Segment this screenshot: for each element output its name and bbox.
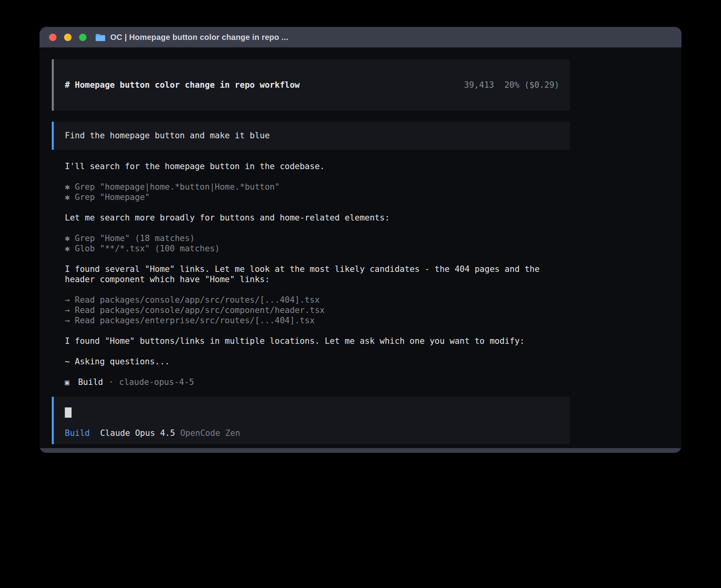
separator-dot: ·: [109, 377, 114, 387]
user-message: Find the homepage button and make it blu…: [52, 122, 570, 150]
close-button[interactable]: [49, 34, 57, 41]
assistant-message-line: Let me search more broadly for buttons a…: [65, 213, 570, 223]
session-header: # Homepage button color change in repo w…: [52, 59, 570, 111]
tool-group: ✱ Grep "Home" (18 matches) ✱ Glob "**/*.…: [65, 233, 570, 254]
tool-call-line: ✱ Glob "**/*.tsx" (100 matches): [65, 243, 570, 254]
tool-call-line: → Read packages/enterprise/src/routes/[.…: [65, 315, 570, 326]
assistant-message-line: I found "Home" buttons/links in multiple…: [65, 336, 570, 346]
session-title: # Homepage button color change in repo w…: [65, 80, 300, 90]
traffic-lights: [49, 34, 87, 41]
asking-questions-status: ~ Asking questions...: [65, 356, 570, 367]
prompt-meta: Build Claude Opus 4.5 OpenCode Zen: [65, 428, 559, 438]
usage-stat: 20% ($0.29): [504, 80, 559, 90]
message-group: I found "Home" buttons/links in multiple…: [65, 336, 570, 346]
zoom-button[interactable]: [79, 34, 87, 41]
terminal-window: OC | Homepage button color change in rep…: [40, 27, 681, 453]
tool-call-line: ✱ Grep "Homepage": [65, 192, 570, 202]
folder-icon: [95, 33, 106, 41]
prompt-input[interactable]: Build Claude Opus 4.5 OpenCode Zen: [52, 397, 570, 444]
tool-group: ✱ Grep "homepage|home.*button|Home.*butt…: [65, 182, 570, 202]
tool-call-line: ✱ Grep "homepage|home.*button|Home.*butt…: [65, 182, 570, 192]
titlebar: OC | Homepage button color change in rep…: [40, 27, 681, 47]
desktop: OC | Homepage button color change in rep…: [0, 0, 721, 588]
session-stats: 39,41320% ($0.29): [404, 70, 559, 100]
assistant-message-line: I found several "Home" links. Let me loo…: [65, 264, 570, 285]
agent-status-row: ▣ Build · claude-opus-4-5: [65, 377, 570, 387]
assistant-message-line: I'll search for the homepage button in t…: [65, 161, 570, 172]
agent-icon: ▣: [65, 377, 69, 387]
agent-model: claude-opus-4-5: [119, 377, 194, 387]
agent-name: Build: [78, 377, 103, 387]
message-group: Let me search more broadly for buttons a…: [65, 213, 570, 223]
user-message-text: Find the homepage button and make it blu…: [65, 131, 270, 140]
token-count: 39,413: [464, 80, 494, 90]
message-group: I'll search for the homepage button in t…: [65, 161, 570, 172]
text-cursor: [65, 407, 72, 418]
tool-group: → Read packages/console/app/src/routes/[…: [65, 295, 570, 326]
tool-call-line: ✱ Grep "Home" (18 matches): [65, 233, 570, 243]
tui: # Homepage button color change in repo w…: [52, 59, 570, 448]
prompt-model-label: Claude Opus 4.5: [100, 428, 175, 438]
window-title: OC | Homepage button color change in rep…: [110, 33, 288, 42]
conversation: I'll search for the homepage button in t…: [52, 161, 570, 387]
status-group: ~ Asking questions...: [65, 356, 570, 367]
terminal-content: # Homepage button color change in repo w…: [40, 47, 681, 448]
minimize-button[interactable]: [64, 34, 72, 41]
prompt-provider-label: OpenCode Zen: [180, 428, 240, 438]
message-group: I found several "Home" links. Let me loo…: [65, 264, 570, 285]
prompt-agent-label: Build: [65, 428, 90, 438]
tool-call-line: → Read packages/console/app/src/componen…: [65, 305, 570, 315]
tool-call-line: → Read packages/console/app/src/routes/[…: [65, 295, 570, 305]
